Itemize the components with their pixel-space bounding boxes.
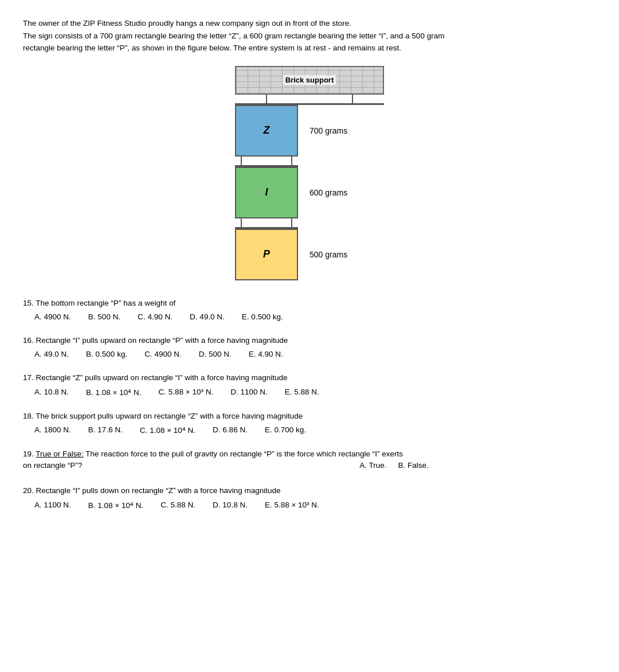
zi-connector-left (241, 157, 242, 165)
questions-section: 15. The bottom rectangle “P” has a weigh… (23, 298, 596, 510)
rect-z: Z (235, 105, 298, 157)
z-row: Z 700 grams (235, 105, 347, 157)
z-weight-label: 700 grams (310, 126, 347, 135)
question-19: 19. True or False: The reaction force to… (23, 448, 596, 472)
q16-opt-c: C. 4900 N. (144, 350, 182, 358)
q17-opt-e: E. 5.88 N. (285, 388, 319, 397)
q18-opt-a: A. 1800 N. (34, 425, 71, 435)
q15-opt-b: B. 500 N. (88, 312, 120, 321)
question-18: 18. The brick support pulls upward on re… (23, 411, 596, 435)
question-17: 17. Rectangle “Z” pulls upward on rectan… (23, 372, 596, 396)
ip-connectors (235, 218, 298, 227)
p-weight-label: 500 grams (310, 250, 347, 259)
q20-opt-b: B. 1.08 × 10⁴ N. (88, 501, 143, 510)
q16-opt-a: A. 49.0 N. (34, 350, 69, 358)
q20-opt-a: A. 1100 N. (34, 501, 71, 510)
q17-options: A. 10.8 N. B. 1.08 × 10⁴ N. C. 5.88 × 10… (23, 388, 596, 397)
q17-opt-d: D. 1100 N. (230, 388, 268, 397)
brick-support-label: Brick support (283, 75, 336, 85)
q15-opt-e: E. 0.500 kg. (242, 312, 283, 321)
intro-line1: The owner of the ZIP Fitness Studio prou… (23, 17, 596, 30)
p-row: P 500 grams (235, 229, 347, 280)
q20-options: A. 1100 N. B. 1.08 × 10⁴ N. C. 5.88 N. D… (23, 501, 596, 510)
q18-opt-b: B. 17.6 N. (88, 425, 123, 435)
p-rect-row: P 500 grams (235, 229, 347, 280)
q16-options: A. 49.0 N. B. 0.500 kg. C. 4900 N. D. 50… (23, 350, 596, 358)
figure: Brick support Z 700 grams (23, 66, 596, 280)
zi-connectors (235, 157, 298, 165)
q20-opt-e: E. 5.88 × 10³ N. (265, 501, 319, 510)
z-rect-row: Z 700 grams (235, 105, 347, 157)
rect-p: P (235, 229, 298, 280)
question-15: 15. The bottom rectangle “P” has a weigh… (23, 298, 596, 321)
connector-right-top (352, 95, 353, 103)
q17-text: 17. Rectangle “Z” pulls upward on rectan… (23, 372, 596, 384)
i-weight-label: 600 grams (310, 188, 347, 197)
q20-opt-d: D. 10.8 N. (213, 501, 248, 510)
q15-opt-d: D. 49.0 N. (190, 312, 225, 321)
figure-inner: Brick support Z 700 grams (235, 66, 384, 280)
brick-support: Brick support (235, 66, 384, 95)
question-20: 20. Rectangle “I” pulls down on rectangl… (23, 485, 596, 509)
q17-opt-c: C. 5.88 × 10³ N. (159, 388, 214, 397)
q19-text: 19. True or False: The reaction force to… (23, 448, 596, 472)
q20-text: 20. Rectangle “I” pulls down on rectangl… (23, 485, 596, 497)
q15-text: 15. The bottom rectangle “P” has a weigh… (23, 298, 596, 309)
i-row: I 600 grams (235, 167, 347, 218)
question-16: 16. Rectangle “I” pulls upward on rectan… (23, 335, 596, 358)
intro-line2: The sign consists of a 700 gram rectangl… (23, 30, 596, 42)
q16-opt-e: E. 4.90 N. (249, 350, 283, 358)
q19-opt-a: A. True. (359, 460, 386, 471)
q18-opt-d: D. 6.86 N. (213, 425, 248, 435)
q17-opt-a: A. 10.8 N. (34, 388, 69, 397)
zi-connector-right (291, 157, 292, 165)
q15-options: A. 4900 N. B. 500 N. C. 4.90 N. D. 49.0 … (23, 312, 596, 321)
q17-opt-b: B. 1.08 × 10⁴ N. (86, 388, 141, 397)
q18-opt-e: E. 0.700 kg. (265, 425, 306, 435)
q18-opt-c: C. 1.08 × 10⁴ N. (140, 425, 195, 435)
q16-text: 16. Rectangle “I” pulls upward on rectan… (23, 335, 596, 346)
q20-opt-c: C. 5.88 N. (160, 501, 195, 510)
ip-connector-left (241, 218, 242, 227)
q19-opt-b: B. False. (398, 460, 429, 471)
q18-text: 18. The brick support pulls upward on re… (23, 411, 596, 422)
intro-paragraph: The owner of the ZIP Fitness Studio prou… (23, 17, 596, 54)
q15-opt-c: C. 4.90 N. (138, 312, 173, 321)
q16-opt-b: B. 0.500 kg. (86, 350, 127, 358)
rect-i: I (235, 167, 298, 218)
ip-connector-right (291, 218, 292, 227)
q18-options: A. 1800 N. B. 17.6 N. C. 1.08 × 10⁴ N. D… (23, 425, 596, 435)
top-connectors (235, 95, 384, 103)
q15-opt-a: A. 4900 N. (34, 312, 71, 321)
q16-opt-d: D. 500 N. (199, 350, 232, 358)
connector-left-top (266, 95, 267, 103)
intro-line3: rectangle bearing the letter “P”, as sho… (23, 42, 596, 54)
i-rect-row: I 600 grams (235, 167, 347, 218)
